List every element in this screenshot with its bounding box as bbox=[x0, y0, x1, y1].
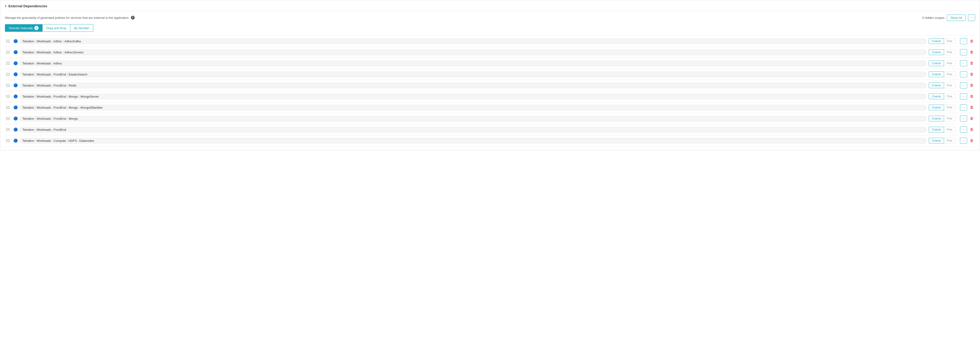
item-label-wrapper: 🔵 Tetration : Workloads : FrontEnd : Mon… bbox=[13, 116, 926, 121]
coarse-button[interactable]: Coarse bbox=[929, 83, 944, 88]
items-list: 🔵 Tetration : Workloads : Adhoc : AdhocK… bbox=[5, 35, 975, 146]
granularity-controls: Coarse Fine bbox=[929, 61, 955, 66]
delete-button[interactable]: 🗑 bbox=[969, 72, 975, 77]
list-item: 🔵 Tetration : Workloads : FrontEnd : Mon… bbox=[5, 113, 975, 124]
section-title: External Dependencies bbox=[8, 4, 47, 8]
scope-icon: 🔵 bbox=[13, 83, 18, 88]
scope-label: Tetration : Workloads : FrontEnd : Redis bbox=[20, 83, 926, 88]
tab-drag-label: Drag and Drop bbox=[46, 26, 66, 30]
scope-icon: 🔵 bbox=[13, 50, 18, 54]
item-more-button[interactable]: ··· bbox=[960, 137, 967, 144]
item-more-button[interactable]: ··· bbox=[960, 60, 967, 66]
header-more-button[interactable]: ··· bbox=[968, 14, 975, 21]
tab-by-number[interactable]: By Number bbox=[70, 24, 93, 32]
section-header: ▾ External Dependencies bbox=[5, 4, 975, 11]
granularity-controls: Coarse Fine bbox=[929, 72, 955, 77]
drag-handle[interactable] bbox=[5, 61, 11, 65]
fine-button[interactable]: Fine bbox=[944, 116, 955, 121]
coarse-button[interactable]: Coarse bbox=[929, 50, 944, 55]
list-item: 🔵 Tetration : Workloads : Adhoc Coarse F… bbox=[5, 58, 975, 69]
item-more-button[interactable]: ··· bbox=[960, 126, 967, 133]
fine-button[interactable]: Fine bbox=[944, 138, 955, 144]
item-label-wrapper: 🔵 Tetration : Workloads : Adhoc : AdhocK… bbox=[13, 38, 926, 44]
scope-label: Tetration : Workloads : Compute : HDFS :… bbox=[20, 138, 926, 144]
show-all-button[interactable]: Show All bbox=[947, 14, 966, 21]
tab-reorder-naturally[interactable]: Reorder Naturally 1 bbox=[5, 24, 42, 32]
delete-button[interactable]: 🗑 bbox=[969, 105, 975, 110]
delete-button[interactable]: 🗑 bbox=[969, 94, 975, 99]
right-controls: 0 hidden scopes Show All ··· bbox=[922, 14, 975, 21]
item-more-button[interactable]: ··· bbox=[960, 71, 967, 77]
drag-handle[interactable] bbox=[5, 83, 11, 87]
help-icon[interactable]: ? bbox=[131, 16, 135, 19]
item-more-button[interactable]: ··· bbox=[960, 82, 967, 88]
fine-button[interactable]: Fine bbox=[944, 94, 955, 99]
scope-icon: 🔵 bbox=[13, 117, 18, 121]
item-actions: ··· 🗑 bbox=[960, 82, 975, 88]
granularity-controls: Coarse Fine bbox=[929, 116, 955, 121]
delete-button[interactable]: 🗑 bbox=[969, 50, 975, 55]
coarse-button[interactable]: Coarse bbox=[929, 127, 944, 133]
delete-button[interactable]: 🗑 bbox=[969, 61, 975, 66]
fine-button[interactable]: Fine bbox=[944, 127, 955, 133]
list-item: 🔵 Tetration : Workloads : Adhoc : AdhocK… bbox=[5, 36, 975, 47]
item-more-button[interactable]: ··· bbox=[960, 115, 967, 121]
description-text: Manage the granularity of generated poli… bbox=[5, 16, 135, 19]
item-label-wrapper: 🔵 Tetration : Workloads : Compute : HDFS… bbox=[13, 138, 926, 144]
item-actions: ··· 🗑 bbox=[960, 126, 975, 133]
granularity-controls: Coarse Fine bbox=[929, 127, 955, 133]
scope-label: Tetration : Workloads : FrontEnd : Mongo… bbox=[20, 94, 926, 99]
coarse-button[interactable]: Coarse bbox=[929, 61, 944, 66]
tab-reorder-badge: 1 bbox=[34, 26, 38, 30]
drag-handle[interactable] bbox=[5, 139, 11, 142]
scope-icon: 🔵 bbox=[13, 39, 18, 43]
granularity-controls: Coarse Fine bbox=[929, 38, 955, 44]
list-item: 🔵 Tetration : Workloads : FrontEnd : Ela… bbox=[5, 69, 975, 80]
item-more-button[interactable]: ··· bbox=[960, 49, 967, 55]
collapse-icon[interactable]: ▾ bbox=[5, 4, 6, 8]
scope-label: Tetration : Workloads : Adhoc bbox=[20, 61, 926, 66]
fine-button[interactable]: Fine bbox=[944, 38, 955, 44]
coarse-button[interactable]: Coarse bbox=[929, 38, 944, 44]
fine-button[interactable]: Fine bbox=[944, 105, 955, 110]
coarse-button[interactable]: Coarse bbox=[929, 105, 944, 110]
scope-label: Tetration : Workloads : FrontEnd : Mongo bbox=[20, 116, 926, 121]
fine-button[interactable]: Fine bbox=[944, 83, 955, 88]
delete-button[interactable]: 🗑 bbox=[969, 138, 975, 143]
coarse-button[interactable]: Coarse bbox=[929, 72, 944, 77]
coarse-button[interactable]: Coarse bbox=[929, 138, 944, 144]
scope-label: Tetration : Workloads : Adhoc : AdhocKaf… bbox=[20, 38, 926, 44]
fine-button[interactable]: Fine bbox=[944, 61, 955, 66]
granularity-controls: Coarse Fine bbox=[929, 105, 955, 110]
item-actions: ··· 🗑 bbox=[960, 71, 975, 77]
delete-button[interactable]: 🗑 bbox=[969, 116, 975, 121]
coarse-button[interactable]: Coarse bbox=[929, 94, 944, 99]
coarse-button[interactable]: Coarse bbox=[929, 116, 944, 121]
item-more-button[interactable]: ··· bbox=[960, 93, 967, 99]
item-actions: ··· 🗑 bbox=[960, 38, 975, 44]
tab-drag-and-drop[interactable]: Drag and Drop bbox=[42, 24, 70, 32]
item-actions: ··· 🗑 bbox=[960, 137, 975, 144]
list-item: 🔵 Tetration : Workloads : FrontEnd : Mon… bbox=[5, 102, 975, 113]
list-item: 🔵 Tetration : Workloads : Adhoc : AdhocS… bbox=[5, 47, 975, 58]
item-more-button[interactable]: ··· bbox=[960, 104, 967, 110]
drag-handle[interactable] bbox=[5, 105, 11, 109]
drag-handle[interactable] bbox=[5, 50, 11, 54]
drag-handle[interactable] bbox=[5, 94, 11, 98]
drag-handle[interactable] bbox=[5, 72, 11, 76]
drag-handle[interactable] bbox=[5, 128, 11, 131]
scope-icon: 🔵 bbox=[13, 61, 18, 65]
fine-button[interactable]: Fine bbox=[944, 72, 955, 77]
drag-handle[interactable] bbox=[5, 117, 11, 120]
item-label-wrapper: 🔵 Tetration : Workloads : Adhoc bbox=[13, 61, 926, 66]
drag-handle[interactable] bbox=[5, 39, 11, 43]
scope-label: Tetration : Workloads : FrontEnd bbox=[20, 127, 926, 133]
delete-button[interactable]: 🗑 bbox=[969, 38, 975, 44]
scope-icon: 🔵 bbox=[13, 105, 18, 110]
list-item: 🔵 Tetration : Workloads : FrontEnd : Red… bbox=[5, 80, 975, 91]
fine-button[interactable]: Fine bbox=[944, 50, 955, 55]
delete-button[interactable]: 🗑 bbox=[969, 83, 975, 88]
item-label-wrapper: 🔵 Tetration : Workloads : Adhoc : AdhocS… bbox=[13, 50, 926, 55]
delete-button[interactable]: 🗑 bbox=[969, 127, 975, 132]
item-more-button[interactable]: ··· bbox=[960, 38, 967, 44]
